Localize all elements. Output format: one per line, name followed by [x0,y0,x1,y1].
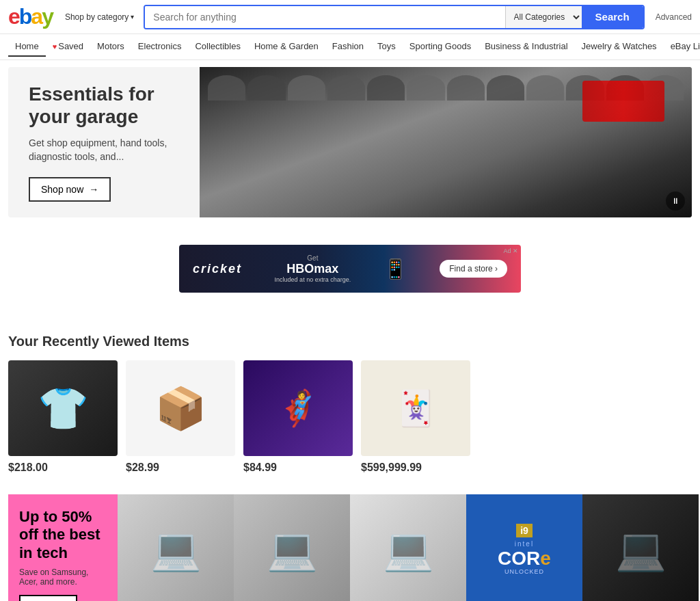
tech-promo-section: Up to 50% off the best in tech Save on S… [0,488,700,601]
banner-title: Essentials for your garage [29,83,179,129]
search-button[interactable]: Search [582,6,643,28]
laptop-thumbnail: 💻 [383,525,434,574]
search-bar: All Categories Search [144,5,644,29]
ad-label: Ad ✕ [503,248,518,254]
hero-banner: Essentials for your garage Get shop equi… [8,67,692,217]
logo-e: e [8,4,19,29]
banner-subtitle: Get shop equipment, hand tools, diagnost… [29,137,179,163]
item-price: $599,999.99 [361,462,470,474]
heart-icon: ♥ [53,42,57,51]
arrow-icon: → [89,184,98,195]
item-thumbnail: 🃏 [394,388,437,428]
find-store-button[interactable]: Find a store › [440,260,507,278]
pause-button[interactable]: ⏸ [666,191,685,211]
main-nav: Home ♥ Saved Motors Electronics Collecti… [0,34,700,60]
nav-home-garden[interactable]: Home & Garden [247,37,325,57]
list-item[interactable]: 🃏 $599,999.99 [361,360,470,474]
cricket-brand: cricket [193,262,242,276]
list-item[interactable]: 💻 [234,494,350,601]
chevron-down-icon: ▾ [131,13,134,21]
tech-grid: Up to 50% off the best in tech Save on S… [8,494,692,601]
list-item[interactable]: i9 intel CORe UNLOCKED [466,494,582,601]
list-item[interactable]: 💻 [350,494,466,601]
list-item[interactable]: 💻 [582,494,699,601]
ad-content: Get HBOmax Included at no extra charge. [275,254,351,283]
search-input[interactable] [145,6,504,28]
shop-now-button[interactable]: Shop now → [29,177,111,202]
logo-a: a [31,4,42,29]
shop-by-category[interactable]: Shop by category ▾ [65,12,134,22]
header: ebay Shop by category ▾ All Categories S… [0,0,700,34]
list-item[interactable]: 💻 [118,494,234,601]
intel-model: i9 [516,524,533,537]
list-item[interactable]: 👕 $218.00 [8,360,118,474]
item-thumbnail: 🦸 [277,388,319,428]
banner-image: ⏸ [200,67,692,217]
nav-jewelry[interactable]: Jewelry & Watches [575,37,664,57]
item-thumbnail: 📦 [155,384,206,433]
intel-core: COR [498,549,540,568]
banner-text-area: Essentials for your garage Get shop equi… [8,67,200,217]
tech-promo-title: Up to 50% off the best in tech [19,508,107,562]
recently-viewed-grid: 👕 $218.00 📦 $28.99 🦸 $84.99 🃏 $599,999.9… [8,360,692,474]
intel-e: e [540,549,551,568]
intel-card: i9 intel CORe UNLOCKED [466,494,582,601]
ad-section: Ad ✕ cricket Get HBOmax Included at no e… [0,231,700,306]
advanced-link[interactable]: Advanced [656,12,692,22]
intel-brand: intel [515,540,534,548]
logo-y: y [42,4,53,29]
nav-business[interactable]: Business & Industrial [478,37,574,57]
recently-viewed-section: Your Recently Viewed Items 👕 $218.00 📦 $… [0,320,700,488]
recently-viewed-title: Your Recently Viewed Items [8,334,692,349]
laptop-thumbnail: 💻 [267,525,318,574]
ad-included: Included at no extra charge. [275,276,351,283]
item-price: $84.99 [243,462,353,474]
nav-sporting[interactable]: Sporting Goods [403,37,478,57]
ebay-logo[interactable]: ebay [8,4,53,29]
phone-icon: 📱 [383,258,407,280]
nav-saved[interactable]: ♥ Saved [46,37,90,57]
laptop-thumbnail: 💻 [150,525,202,574]
nav-electronics[interactable]: Electronics [131,37,189,57]
tech-shop-now-button[interactable]: Shop now [19,595,77,601]
shop-by-label: Shop by category [65,12,129,22]
ad-hbomax: HBOmax [286,262,338,276]
ad-get-label: Get [307,254,318,262]
nav-collectibles[interactable]: Collectibles [188,37,247,57]
list-item[interactable]: 📦 $28.99 [126,360,235,474]
logo-b: b [19,4,31,29]
item-price: $218.00 [8,462,118,474]
intel-unlocked: UNLOCKED [504,568,544,575]
item-thumbnail: 👕 [38,384,89,433]
list-item[interactable]: 🦸 $84.99 [243,360,353,474]
tech-promo-card: Up to 50% off the best in tech Save on S… [8,494,118,601]
nav-fashion[interactable]: Fashion [325,37,371,57]
nav-home[interactable]: Home [8,37,46,57]
item-price: $28.99 [126,462,235,474]
nav-toys[interactable]: Toys [371,37,403,57]
nav-ebay-live[interactable]: eBay Live [664,37,700,57]
ad-banner: Ad ✕ cricket Get HBOmax Included at no e… [179,245,521,293]
nav-motors[interactable]: Motors [90,37,131,57]
tech-promo-subtitle: Save on Samsung, Acer, and more. [19,567,107,587]
category-select[interactable]: All Categories [505,6,582,28]
laptop-thumbnail: 💻 [615,525,667,574]
